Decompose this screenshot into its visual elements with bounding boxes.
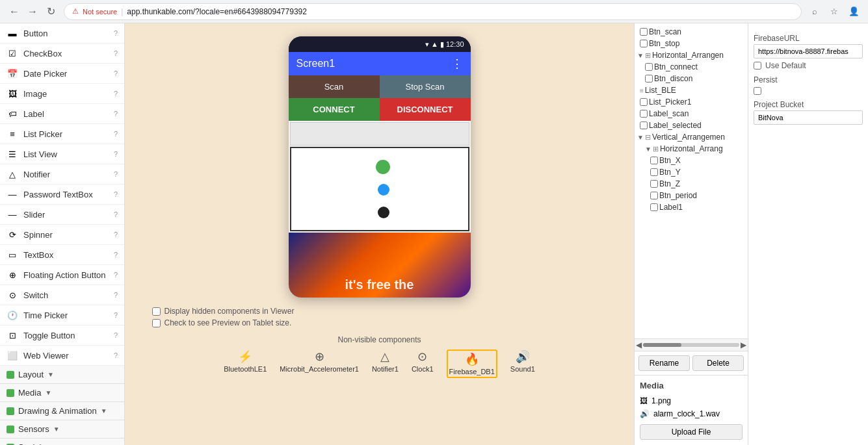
delete-button[interactable]: Delete bbox=[692, 355, 744, 371]
sidebar-item-spinner[interactable]: ⟳ Spinner ? bbox=[0, 225, 124, 245]
search-browser-button[interactable]: ⌕ bbox=[807, 4, 822, 19]
sidebar-section-media[interactable]: Media ▼ bbox=[0, 384, 124, 402]
tree-label-scan[interactable]: Label_scan bbox=[635, 108, 748, 120]
refresh-button[interactable]: ↻ bbox=[43, 4, 59, 19]
tree-btn-y[interactable]: Btn_Y bbox=[635, 166, 748, 178]
sidebar-item-datepicker[interactable]: 📅 Date Picker ? bbox=[0, 64, 124, 84]
nv-microbit-label: Microbit_Accelerometer1 bbox=[280, 365, 359, 373]
sidebar-section-sensors[interactable]: Sensors ▼ bbox=[0, 420, 124, 439]
project-bucket-input[interactable] bbox=[754, 110, 863, 125]
tree-btn-scan[interactable]: Btn_scan bbox=[635, 26, 748, 38]
scroll-right-button[interactable]: ▶ bbox=[741, 340, 746, 350]
sidebar-item-listview[interactable]: ☰ List View ? bbox=[0, 144, 124, 164]
sidebar-section-layout[interactable]: Layout ▼ bbox=[0, 366, 124, 384]
tree-checkbox-btn-discon[interactable] bbox=[645, 75, 653, 83]
tree-checkbox-btn-scan[interactable] bbox=[640, 28, 648, 36]
tree-checkbox-btn-period[interactable] bbox=[650, 192, 658, 199]
media-item-png[interactable]: 🖼 1.png bbox=[640, 394, 743, 407]
nv-clock1[interactable]: ⊙ Clock1 bbox=[412, 350, 434, 373]
sidebar-item-timepicker[interactable]: 🕐 Time Picker ? bbox=[0, 305, 124, 325]
passwordtextbox-icon: — bbox=[7, 188, 18, 200]
tree-btn-period[interactable]: Btn_period bbox=[635, 190, 748, 201]
sidebar-item-webviewer[interactable]: ⬜ Web Viewer ? bbox=[0, 346, 124, 366]
tree-label1[interactable]: Label1 bbox=[635, 201, 748, 213]
url-bar[interactable]: ⚠ Not secure | app.thunkable.com/?locale… bbox=[64, 3, 802, 20]
stop-scan-button[interactable]: Stop Scan bbox=[380, 75, 471, 98]
tree-checkbox-btn-x[interactable] bbox=[650, 157, 658, 164]
nv-notifier1[interactable]: △ Notifier1 bbox=[372, 350, 399, 373]
tablet-preview-label: Check to see Preview on Tablet size. bbox=[164, 318, 292, 327]
collapse-horizontal-arrange[interactable]: ▼ bbox=[637, 52, 644, 59]
tree-list-picker1[interactable]: List_Picker1 bbox=[635, 96, 748, 108]
listview-icon: ☰ bbox=[7, 148, 18, 160]
persist-label: Persist bbox=[754, 75, 863, 84]
tree-checkbox-btn-connect[interactable] bbox=[645, 63, 653, 71]
image-text: it's free the bbox=[345, 277, 414, 292]
notifier-icon: △ bbox=[7, 168, 18, 180]
nv-firebase-db1[interactable]: 🔥 Firebase_DB1 bbox=[447, 350, 497, 378]
tree-btn-connect[interactable]: Btn_connect bbox=[635, 61, 748, 73]
tree-btn-discon[interactable]: Btn_discon bbox=[635, 73, 748, 84]
firebase-url-input[interactable] bbox=[754, 44, 863, 58]
use-default-checkbox[interactable] bbox=[754, 62, 761, 70]
upload-file-button[interactable]: Upload File bbox=[640, 424, 743, 440]
sidebar-item-textbox[interactable]: ▭ TextBox ? bbox=[0, 245, 124, 265]
bluetooth-icon: ⚡ bbox=[238, 350, 252, 364]
nv-bluetoothle1[interactable]: ⚡ BluetoothLE1 bbox=[224, 350, 267, 373]
media-file-1-label: 1.png bbox=[651, 396, 671, 405]
sidebar-item-checkbox[interactable]: ☑ CheckBox ? bbox=[0, 44, 124, 64]
sidebar-item-button[interactable]: ▬ Button ? bbox=[0, 23, 124, 44]
scan-button[interactable]: Scan bbox=[289, 75, 380, 98]
tree-checkbox-btn-z[interactable] bbox=[650, 180, 658, 188]
rename-button[interactable]: Rename bbox=[638, 355, 690, 371]
tree-horizontal-arrange[interactable]: ▼ ⊞ Horizontal_Arrangen bbox=[635, 49, 748, 61]
persist-checkbox[interactable] bbox=[754, 87, 761, 95]
sidebar-item-togglebutton[interactable]: ⊡ Toggle Button ? bbox=[0, 325, 124, 346]
tree-checkbox-label-selected[interactable] bbox=[640, 121, 648, 129]
tree-btn-z[interactable]: Btn_Z bbox=[635, 178, 748, 190]
viewer-options: Display hidden components in Viewer Chec… bbox=[152, 304, 607, 330]
sidebar-item-label[interactable]: 🏷 Label ? bbox=[0, 104, 124, 124]
profile-button[interactable]: 👤 bbox=[846, 4, 861, 19]
green-dot bbox=[376, 160, 390, 174]
tree-checkbox-label-scan[interactable] bbox=[640, 110, 648, 118]
connect-button[interactable]: CONNECT bbox=[289, 98, 380, 121]
sidebar-item-switch[interactable]: ⊙ Switch ? bbox=[0, 285, 124, 305]
tree-btn-x[interactable]: Btn_X bbox=[635, 155, 748, 166]
sidebar-item-listpicker[interactable]: ≡ List Picker ? bbox=[0, 124, 124, 144]
tablet-preview-row[interactable]: Check to see Preview on Tablet size. bbox=[152, 318, 607, 327]
tree-checkbox-list-picker1[interactable] bbox=[640, 98, 648, 106]
tree-label-selected[interactable]: Label_selected bbox=[635, 120, 748, 131]
tree-list-ble[interactable]: ≡ List_BLE bbox=[635, 84, 748, 96]
nv-microbit[interactable]: ⊕ Microbit_Accelerometer1 bbox=[280, 350, 359, 373]
firebase-icon: 🔥 bbox=[465, 352, 479, 366]
tree-checkbox-btn-y[interactable] bbox=[650, 168, 658, 176]
tree-btn-stop[interactable]: Btn_stop bbox=[635, 38, 748, 49]
sidebar-item-notifier[interactable]: △ Notifier ? bbox=[0, 164, 124, 184]
microbit-icon: ⊕ bbox=[315, 350, 324, 364]
collapse-horizontal-arrang[interactable]: ▼ bbox=[645, 146, 651, 153]
tablet-preview-checkbox[interactable] bbox=[152, 319, 161, 327]
forward-button[interactable]: → bbox=[25, 4, 40, 19]
scroll-left-button[interactable]: ◀ bbox=[636, 340, 642, 350]
display-hidden-checkbox[interactable] bbox=[152, 307, 161, 316]
tree-vertical-arrangement[interactable]: ▼ ⊟ Vertical_Arrangemen bbox=[635, 131, 748, 143]
battery-icon: ▮ bbox=[440, 40, 444, 49]
tree-checkbox-label1[interactable] bbox=[650, 203, 658, 211]
bookmark-button[interactable]: ☆ bbox=[826, 4, 842, 19]
nv-sound1[interactable]: 🔊 Sound1 bbox=[510, 350, 535, 373]
sidebar-item-passwordtextbox[interactable]: — Password TextBox ? bbox=[0, 184, 124, 205]
audio-file-icon: 🔊 bbox=[640, 409, 650, 418]
sidebar-item-fab[interactable]: ⊕ Floating Action Button ? bbox=[0, 265, 124, 285]
tree-checkbox-btn-stop[interactable] bbox=[640, 40, 648, 47]
collapse-vertical-arrangement[interactable]: ▼ bbox=[637, 134, 644, 141]
sidebar-item-image[interactable]: 🖼 Image ? bbox=[0, 84, 124, 104]
media-item-wav[interactable]: 🔊 alarm_clock_1.wav bbox=[640, 407, 743, 420]
disconnect-button[interactable]: DISCONNECT bbox=[380, 98, 471, 121]
sidebar-section-drawing[interactable]: Drawing & Animation ▼ bbox=[0, 402, 124, 420]
sidebar-section-social[interactable]: Social ▼ bbox=[0, 439, 124, 445]
sidebar-item-slider[interactable]: — Slider ? bbox=[0, 205, 124, 225]
display-hidden-row[interactable]: Display hidden components in Viewer bbox=[152, 307, 607, 316]
back-button[interactable]: ← bbox=[7, 4, 22, 19]
tree-horizontal-arrang[interactable]: ▼ ⊞ Horizontal_Arrang bbox=[635, 143, 748, 155]
